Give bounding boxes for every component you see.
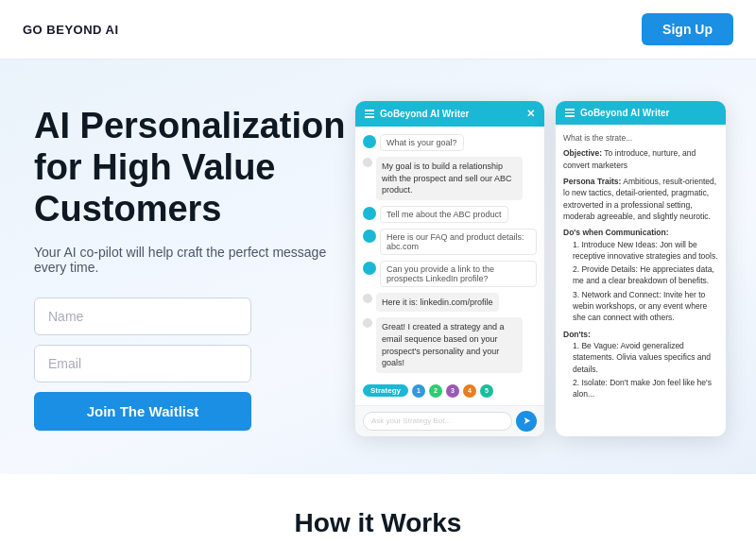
donts-label: Don'ts: (563, 329, 718, 340)
join-waitlist-button[interactable]: Join The Waitlist (34, 392, 251, 431)
chat-header-1: GoBeyond AI Writer ✕ (355, 101, 544, 127)
chat-message-row: Here is our FAQ and product details: abc… (363, 229, 537, 255)
objective-label: Objective: (563, 148, 602, 158)
hamburger-icon-2 (565, 109, 575, 117)
chat-tags: Strategy 1 2 3 4 5 (355, 381, 544, 405)
chat-message-row: Tell me about the ABC product (363, 206, 537, 223)
svg-marker-0 (524, 417, 529, 424)
hero-form: Join The Waitlist (34, 298, 251, 431)
chat-answer-3: Great! I created a strategy and a email … (376, 317, 523, 372)
hamburger-icon (365, 110, 374, 118)
hero-left-content: AI Personalization for High Value Custom… (34, 106, 355, 431)
close-icon[interactable]: ✕ (526, 108, 535, 120)
tag-num-1: 1 (412, 384, 425, 398)
nav-logo: GO BEYOND AI (23, 23, 119, 37)
chat-input-bar: Ask your Strategy Bot... (355, 405, 544, 436)
dos-item-3: 3. Network and Connect: Invite her to we… (563, 289, 718, 324)
email-field[interactable] (34, 345, 251, 382)
hero-title: AI Personalization for High Value Custom… (34, 106, 355, 230)
dos-label: Do's when Communication: (563, 227, 718, 238)
hero-right-content: GoBeyond AI Writer ✕ What is your goal? … (355, 101, 735, 436)
avatar (363, 158, 372, 167)
how-it-works-title: How it Works (23, 508, 733, 538)
dos-item-1: 1. Introduce New Ideas: Jon will be rece… (563, 239, 718, 263)
tag-num-4: 4 (463, 384, 476, 398)
avatar (363, 318, 372, 328)
name-field[interactable] (34, 298, 251, 335)
dos-item-2: 2. Provide Details: He appreciates data,… (563, 264, 718, 287)
chat-header-left: GoBeyond AI Writer (365, 109, 469, 119)
send-button[interactable] (516, 411, 537, 432)
objective-entry: Objective: To introduce, nurture, and co… (563, 147, 718, 171)
chat-answer-2: Here it is: linkedin.com/profile (376, 293, 499, 313)
chat-question-4: Can you provide a link to the prospects … (380, 261, 537, 287)
tag-num-5: 5 (480, 384, 493, 398)
navbar: GO BEYOND AI Sign Up (0, 0, 756, 60)
chat-message-row: What is your goal? (363, 134, 537, 151)
chat-header-left-2: GoBeyond AI Writer (565, 108, 669, 118)
chat-window-2: GoBeyond AI Writer What is the strate...… (556, 101, 726, 436)
chat-question-3: Here is our FAQ and product details: abc… (380, 229, 537, 255)
avatar (363, 294, 372, 303)
tag-num-3: 3 (446, 384, 459, 398)
chat-question-2: Tell me about the ABC product (380, 206, 508, 223)
donts-entry: Don'ts: 1. Be Vague: Avoid generalized s… (563, 329, 718, 400)
avatar (363, 135, 376, 148)
donts-item-1: 1. Be Vague: Avoid generalized statement… (563, 340, 718, 375)
chat-message-row: Great! I created a strategy and a email … (363, 317, 537, 372)
how-it-works-section: How it Works (0, 474, 756, 544)
chat-intro: What is the strate... (563, 132, 718, 144)
tag-num-2: 2 (429, 384, 442, 398)
signup-button[interactable]: Sign Up (642, 13, 733, 45)
chat-body-2: What is the strate... Objective: To intr… (556, 125, 726, 413)
chat-body-1: What is your goal? My goal is to build a… (355, 127, 544, 381)
hero-section: AI Personalization for High Value Custom… (0, 60, 756, 474)
hero-subtitle: Your AI co-pilot will help craft the per… (34, 245, 355, 275)
chat-message-row: Here it is: linkedin.com/profile (363, 293, 537, 313)
dos-entry: Do's when Communication: 1. Introduce Ne… (563, 227, 718, 324)
donts-item-2: 2. Isolate: Don't make Jon feel like he'… (563, 377, 718, 400)
chat-header-2: GoBeyond AI Writer (556, 101, 726, 125)
chat-message-row: Can you provide a link to the prospects … (363, 261, 537, 287)
chat-window-1: GoBeyond AI Writer ✕ What is your goal? … (355, 101, 544, 436)
chat-question-1: What is your goal? (380, 134, 464, 151)
chat-answer-1: My goal is to build a relationship with … (376, 157, 523, 200)
avatar (363, 207, 376, 220)
avatar (363, 230, 376, 243)
chat-title-2: GoBeyond AI Writer (580, 108, 669, 118)
strategy-tag: Strategy (363, 384, 408, 397)
chat-message-row: My goal is to build a relationship with … (363, 157, 537, 200)
chat-title-1: GoBeyond AI Writer (380, 109, 469, 119)
persona-label: Persona Traits: (563, 177, 621, 186)
avatar (363, 262, 376, 275)
chat-input-placeholder[interactable]: Ask your Strategy Bot... (363, 412, 512, 431)
persona-entry: Persona Traits: Ambitious, result-orient… (563, 176, 718, 222)
